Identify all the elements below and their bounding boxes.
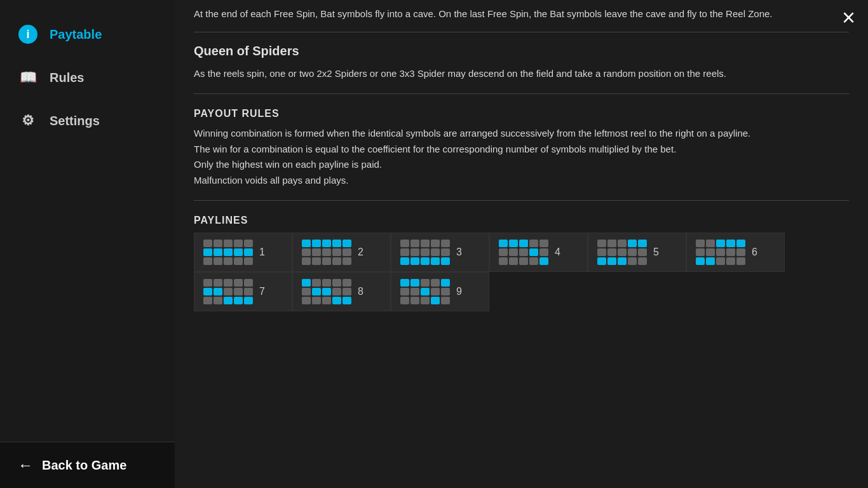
payline-cell: [519, 240, 528, 247]
payline-cell: [400, 257, 409, 265]
payline-cell: [529, 248, 538, 256]
payline-cell: [628, 257, 637, 265]
payline-number: 1: [259, 247, 269, 258]
payline-cell: [726, 240, 735, 247]
payline-cell: [214, 240, 222, 247]
payline-number: 7: [259, 286, 269, 297]
payline-cell: [441, 257, 450, 265]
payline-cell: [441, 288, 450, 295]
payline-cell: [302, 297, 311, 304]
payline-cell: [421, 240, 430, 247]
back-to-game-label: Back to Game: [42, 458, 126, 473]
sidebar-settings-label: Settings: [50, 114, 100, 128]
payline-cell: [400, 297, 409, 304]
payline-cell: [342, 257, 351, 265]
payline-cell: [332, 257, 341, 265]
payline-cell: [441, 240, 450, 247]
close-button[interactable]: ×: [842, 6, 855, 29]
queen-description-text: As the reels spin, one or two 2x2 Spider…: [194, 66, 849, 82]
payline-cell: [224, 288, 233, 295]
payline-cell: [203, 240, 212, 247]
payline-cell: [499, 248, 508, 256]
payline-number: 6: [752, 247, 762, 258]
payline-cell: [736, 257, 745, 265]
top-description-text: At the end of each Free Spin, Bat symbol…: [194, 0, 849, 32]
payline-cell: [312, 288, 321, 295]
payline-cell: [607, 257, 616, 265]
payline-cell: [312, 297, 321, 304]
payline-cell: [421, 257, 430, 265]
back-to-game-button[interactable]: ← Back to Game: [0, 442, 175, 488]
divider-1: [194, 93, 849, 94]
sidebar-paytable-label: Paytable: [50, 27, 102, 42]
paylines-section: PAYLINES 123456789: [194, 215, 849, 311]
payline-cell: [519, 248, 528, 256]
sidebar-nav: i Paytable 📖 Rules ⚙ Settings: [0, 0, 175, 442]
payline-cell: [234, 248, 243, 256]
payline-cell: [244, 297, 253, 304]
sidebar-item-rules[interactable]: 📖 Rules: [0, 56, 175, 99]
payline-cell: [628, 240, 637, 247]
payline-cell: [312, 240, 321, 247]
payline-cell: [499, 257, 508, 265]
payline-cell: [234, 288, 243, 295]
payline-cell: [736, 248, 745, 256]
gear-icon: ⚙: [18, 111, 38, 131]
payline-item[interactable]: 3: [391, 233, 489, 272]
payline-item[interactable]: 7: [194, 272, 292, 311]
payline-cell: [332, 297, 341, 304]
payline-cell: [607, 240, 616, 247]
payline-cell: [322, 240, 331, 247]
payline-item[interactable]: 2: [292, 233, 391, 272]
payline-cell: [410, 240, 419, 247]
sidebar-item-paytable[interactable]: i Paytable: [0, 13, 175, 56]
payline-cell: [431, 297, 440, 304]
sidebar-item-settings[interactable]: ⚙ Settings: [0, 99, 175, 142]
payline-cell: [244, 279, 253, 287]
payline-item[interactable]: 4: [489, 233, 588, 272]
payout-text-1: Winning combination is formed when the i…: [194, 126, 849, 189]
payline-cell: [224, 297, 233, 304]
payline-cell: [244, 257, 253, 265]
payline-cell: [342, 240, 351, 247]
payline-cell: [312, 279, 321, 287]
payline-item[interactable]: 1: [194, 233, 292, 272]
payline-cell: [322, 297, 331, 304]
payline-cell: [638, 248, 647, 256]
payline-item[interactable]: 8: [292, 272, 391, 311]
payline-visual: [302, 279, 351, 304]
payline-visual: [499, 240, 548, 265]
payline-cell: [302, 279, 311, 287]
payline-cell: [410, 257, 419, 265]
payline-cell: [716, 257, 725, 265]
payline-cell: [400, 288, 409, 295]
divider-2: [194, 200, 849, 201]
payline-cell: [509, 248, 518, 256]
payline-cell: [607, 248, 616, 256]
payline-cell: [322, 248, 331, 256]
payout-rules-title: PAYOUT RULES: [194, 108, 849, 119]
payline-item[interactable]: 6: [686, 233, 785, 272]
payline-cell: [736, 240, 745, 247]
payline-cell: [431, 240, 440, 247]
payline-cell: [638, 240, 647, 247]
payline-cell: [597, 240, 606, 247]
payline-cell: [509, 257, 518, 265]
payline-cell: [539, 257, 548, 265]
payline-cell: [628, 248, 637, 256]
payline-visual: [203, 240, 253, 265]
payline-cell: [332, 248, 341, 256]
paylines-grid: 123456789: [194, 233, 849, 311]
payline-cell: [441, 279, 450, 287]
payline-cell: [214, 297, 222, 304]
payline-cell: [706, 240, 715, 247]
payline-cell: [618, 248, 627, 256]
payline-visual: [203, 279, 253, 304]
payline-cell: [400, 248, 409, 256]
payline-cell: [431, 279, 440, 287]
payline-cell: [431, 248, 440, 256]
payline-item[interactable]: 5: [588, 233, 686, 272]
payline-cell: [421, 248, 430, 256]
payline-item[interactable]: 9: [391, 272, 489, 311]
payline-cell: [342, 279, 351, 287]
